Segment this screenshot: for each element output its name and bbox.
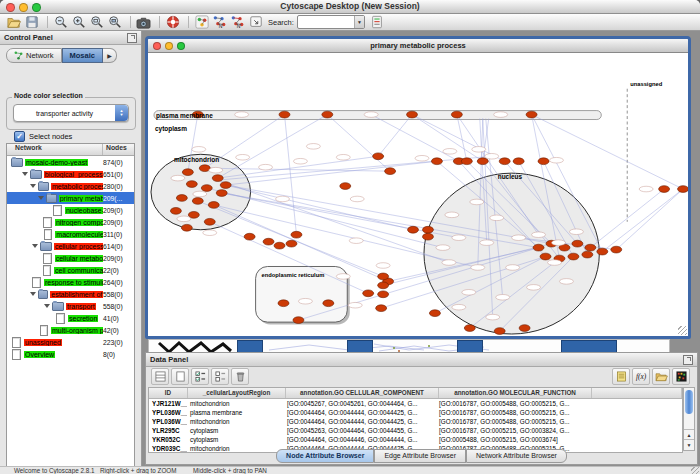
network-node[interactable] xyxy=(585,244,596,251)
network-node[interactable] xyxy=(451,111,462,118)
disclosure-triangle-icon[interactable] xyxy=(38,196,44,200)
network-edge[interactable] xyxy=(532,115,683,189)
network-node[interactable] xyxy=(244,233,255,240)
function-builder-icon[interactable]: f(x) xyxy=(632,368,650,385)
zoom-in-icon[interactable] xyxy=(71,15,86,30)
network-node[interactable] xyxy=(597,248,608,255)
network-node[interactable] xyxy=(385,168,396,175)
tree-row[interactable]: Overview8(0) xyxy=(7,348,134,360)
disclosure-triangle-icon[interactable] xyxy=(44,304,50,308)
network-edge[interactable] xyxy=(284,115,296,235)
network-node[interactable] xyxy=(293,317,304,324)
network-edge[interactable] xyxy=(371,115,459,162)
table-vertical-scrollbar[interactable]: ▲ ▼ xyxy=(683,387,695,451)
table-column-header[interactable]: _cellularLayoutRegion xyxy=(188,388,286,398)
network-node[interactable] xyxy=(572,240,583,247)
table-row[interactable]: YLR295Ccytoplasm[GO:0045263, GO:0044464,… xyxy=(149,426,682,435)
tree-row[interactable]: primary metabol209(... xyxy=(7,192,134,204)
network-node[interactable] xyxy=(274,242,285,249)
network-edge[interactable] xyxy=(226,185,413,230)
create-attribute-icon[interactable] xyxy=(171,368,189,385)
open-file-icon[interactable] xyxy=(6,15,21,30)
network-node[interactable] xyxy=(286,240,297,247)
table-column-header[interactable]: annotation.GO MOLECULAR_FUNCTION xyxy=(439,388,592,398)
network-node[interactable] xyxy=(204,218,215,225)
network-node[interactable] xyxy=(220,182,231,189)
table-column-header[interactable]: ID xyxy=(149,388,188,398)
unselect-attributes-icon[interactable] xyxy=(211,368,229,385)
snapshot-icon[interactable] xyxy=(136,15,151,30)
tab-network-attribute-browser[interactable]: Network Attribute Browser xyxy=(466,449,567,463)
tree-row[interactable]: metabolic process280(0) xyxy=(7,180,134,192)
network-node[interactable] xyxy=(212,175,223,182)
table-row[interactable]: YKR052Ccytoplasm[GO:0044464, GO:0044446,… xyxy=(149,435,682,444)
app-resize-grip[interactable] xyxy=(691,467,699,474)
network-node[interactable] xyxy=(378,273,389,280)
network-node[interactable] xyxy=(477,158,488,165)
network-node[interactable] xyxy=(494,328,505,335)
table-row[interactable]: YPL036W__1mitochondrion[GO:0044464, GO:0… xyxy=(149,417,682,426)
network-node[interactable] xyxy=(170,208,181,215)
node-color-dropdown[interactable]: transporter activity ▲▼ xyxy=(13,104,129,122)
disclosure-triangle-icon[interactable] xyxy=(32,244,38,248)
tree-row[interactable]: macromolecule311(0) xyxy=(7,228,134,240)
tree-column-network[interactable]: Network xyxy=(7,144,103,155)
network-node[interactable] xyxy=(363,290,374,297)
network-edge[interactable] xyxy=(602,189,683,252)
select-attributes-icon[interactable] xyxy=(191,368,209,385)
network-node[interactable] xyxy=(464,325,475,332)
disclosure-triangle-icon[interactable] xyxy=(30,292,36,296)
network-node[interactable] xyxy=(407,111,418,118)
vizmapper-icon[interactable] xyxy=(194,15,209,30)
network-node[interactable] xyxy=(422,226,433,233)
tree-row[interactable]: multi-organism pro42(0) xyxy=(7,324,134,336)
network-edge[interactable] xyxy=(590,189,664,248)
delete-attribute-icon[interactable] xyxy=(231,368,249,385)
network-node[interactable] xyxy=(378,291,389,298)
network-node[interactable] xyxy=(216,190,227,197)
network-edge[interactable] xyxy=(218,180,449,262)
dropdown-stepper-icon[interactable]: ▲▼ xyxy=(115,105,128,121)
network-node[interactable] xyxy=(186,181,197,188)
network-graph[interactable]: plasma membranecytoplasmmitochondrionnuc… xyxy=(148,53,688,336)
attribute-editor-icon[interactable] xyxy=(151,368,169,385)
network-node[interactable] xyxy=(513,158,524,165)
network-node[interactable] xyxy=(540,253,551,260)
network-node[interactable] xyxy=(340,183,351,190)
network-window-titlebar[interactable]: primary metabolic process xyxy=(148,39,688,53)
network-node[interactable] xyxy=(408,226,419,233)
network-node[interactable] xyxy=(422,233,433,240)
network-node[interactable] xyxy=(659,186,670,193)
network-node[interactable] xyxy=(376,305,387,312)
annotation-icon[interactable] xyxy=(248,15,263,30)
network-node[interactable] xyxy=(519,325,530,332)
network-node[interactable] xyxy=(461,158,472,165)
help-icon[interactable] xyxy=(165,15,180,30)
disclosure-triangle-icon[interactable] xyxy=(22,172,28,176)
network-edge[interactable] xyxy=(226,161,437,185)
search-dropdown-arrow-icon[interactable]: ▼ xyxy=(354,16,364,28)
table-column-header[interactable] xyxy=(592,388,682,398)
create-network-from-selected-edges-icon[interactable]: N xyxy=(230,15,245,30)
network-node[interactable] xyxy=(429,310,440,317)
table-row[interactable]: YJR121W__1mitochondrion[GO:0045267, GO:0… xyxy=(149,399,682,408)
tree-row[interactable]: response to stimulu264(0) xyxy=(7,276,134,288)
zoom-selected-icon[interactable] xyxy=(107,15,122,30)
search-combobox[interactable]: ▼ xyxy=(297,15,365,29)
select-nodes-checkbox[interactable]: ✓ xyxy=(14,131,25,142)
tab-node-attribute-browser[interactable]: Node Attribute Browser xyxy=(276,449,374,463)
create-network-from-selected-nodes-icon[interactable]: N xyxy=(212,15,227,30)
tree-row[interactable]: nitrogen compo209(0) xyxy=(7,216,134,228)
tree-column-nodes[interactable]: Nodes xyxy=(103,144,134,155)
network-node[interactable] xyxy=(208,202,219,209)
tree-row[interactable]: cellular process614(0) xyxy=(7,240,134,252)
network-node[interactable] xyxy=(182,169,193,176)
network-edge[interactable] xyxy=(412,115,483,162)
network-node[interactable] xyxy=(538,158,549,165)
zoom-fit-icon[interactable] xyxy=(89,15,104,30)
matrix-view-icon[interactable] xyxy=(672,368,690,385)
network-window-resize-grip[interactable] xyxy=(678,326,687,335)
search-input[interactable] xyxy=(298,17,354,27)
network-node[interactable] xyxy=(373,153,384,160)
network-node[interactable] xyxy=(176,195,187,202)
